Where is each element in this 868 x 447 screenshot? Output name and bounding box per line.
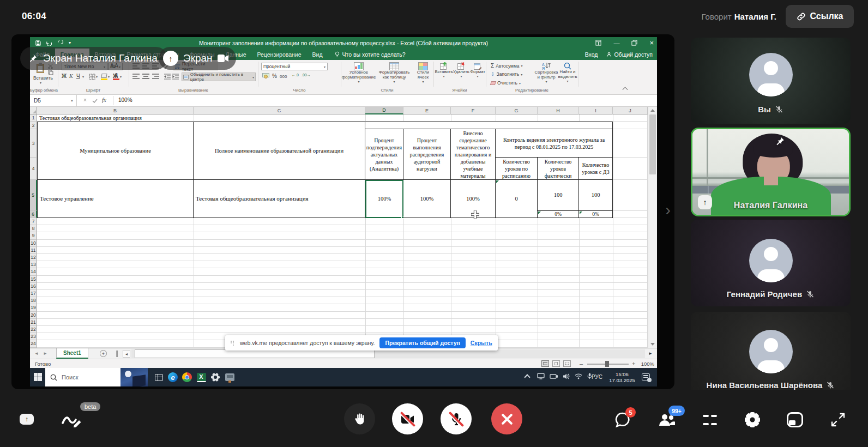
- end-call-button[interactable]: [491, 403, 522, 434]
- sheet-nav-right-icon[interactable]: ►: [43, 351, 47, 356]
- screen-share-mini-pill[interactable]: ↑ Экран: [159, 47, 236, 70]
- cell-h4-header[interactable]: Количество уроков фактически: [538, 158, 579, 180]
- vertical-scrollbar[interactable]: [648, 107, 657, 348]
- bold-button2[interactable]: Ж: [62, 73, 67, 79]
- participant-tile-speaker[interactable]: ↑ Наталия Галкина: [691, 128, 851, 216]
- formula-bar-value[interactable]: 100%: [118, 97, 132, 103]
- column-header-j[interactable]: J: [613, 107, 648, 114]
- align-left-icon[interactable]: [132, 74, 140, 80]
- cell-g4-header[interactable]: Количество уроков по расписанию: [496, 158, 538, 180]
- cell-i5[interactable]: 100: [579, 180, 613, 211]
- search-highlight-image[interactable]: [120, 368, 148, 386]
- mic-off-button[interactable]: [441, 403, 472, 434]
- cell-e5[interactable]: 100%: [403, 180, 451, 218]
- decrease-indent-icon[interactable]: [164, 74, 171, 80]
- hscroll-left-icon[interactable]: ◄: [123, 350, 130, 358]
- copy-icon[interactable]: [48, 70, 53, 75]
- column-header-c[interactable]: C: [194, 107, 365, 114]
- scroll-down-icon[interactable]: [650, 343, 655, 346]
- excel-taskbar-icon[interactable]: X: [196, 372, 207, 383]
- row-header-10[interactable]: 10: [30, 240, 37, 247]
- find-select-button[interactable]: Найти и выделить▾: [558, 62, 577, 83]
- number-format-select[interactable]: Процентный▾: [261, 63, 328, 70]
- stop-sharing-button[interactable]: Прекратить общий доступ: [379, 337, 465, 348]
- zoom-slider-thumb[interactable]: [605, 361, 609, 367]
- participants-button[interactable]: 99+: [656, 410, 677, 430]
- cell-b5[interactable]: Тестовое управление: [37, 180, 194, 218]
- row-header-24[interactable]: 24: [30, 340, 37, 347]
- cell-styles-button[interactable]: Стили ячеек▾: [413, 62, 433, 84]
- chat-button[interactable]: 5: [613, 410, 632, 430]
- accounting-format-icon[interactable]: [262, 73, 269, 79]
- row-header-19[interactable]: 19: [30, 304, 37, 311]
- row-header-15[interactable]: 15: [30, 276, 37, 283]
- notifications-tray-icon[interactable]: [642, 373, 650, 380]
- autosum-button[interactable]: ΣАвтосумма▾: [491, 63, 523, 69]
- sheet-nav-left-icon[interactable]: ◄: [34, 351, 39, 356]
- horizontal-scrollbar[interactable]: [131, 349, 645, 358]
- conditional-formatting-button[interactable]: Условное форматирование▾: [343, 62, 375, 84]
- app-taskbar-icon[interactable]: [224, 372, 235, 383]
- cell-i6[interactable]: 0%: [579, 211, 613, 218]
- row-header-12[interactable]: 12: [30, 254, 37, 261]
- start-button[interactable]: [34, 373, 42, 381]
- row-header-11[interactable]: 11: [30, 247, 37, 254]
- screen-share-active-button[interactable]: ↑: [20, 414, 34, 425]
- row-header-8[interactable]: 8: [30, 225, 37, 232]
- save-icon[interactable]: [35, 40, 41, 46]
- row-header-21[interactable]: 21: [30, 319, 37, 326]
- hscroll-right-icon[interactable]: ►: [648, 351, 653, 356]
- align-right-icon[interactable]: [152, 74, 159, 80]
- restore-button[interactable]: [631, 40, 637, 46]
- insert-cells-button[interactable]: Вставить▾: [436, 62, 452, 78]
- increase-indent-icon[interactable]: [172, 74, 179, 80]
- row-header-9[interactable]: 9: [30, 232, 37, 239]
- page-layout-view-button[interactable]: [552, 360, 560, 367]
- cell-d3-header[interactable]: Процент подтверждения актуальных данных …: [365, 129, 403, 180]
- row-header-14[interactable]: 14: [30, 268, 37, 275]
- collapse-sidebar-icon[interactable]: ›: [665, 201, 671, 219]
- row-header-17[interactable]: 17: [30, 290, 37, 297]
- row-header-4[interactable]: 4: [30, 158, 37, 180]
- cell-c2-header[interactable]: Полное наименование образовательной орга…: [194, 122, 365, 180]
- decrease-decimal-button[interactable]: .00→: [302, 73, 311, 77]
- task-view-button[interactable]: [153, 372, 164, 383]
- row-header-13[interactable]: 13: [30, 261, 37, 268]
- participant-tile-you[interactable]: Вы: [691, 38, 851, 124]
- comma-style-button[interactable]: 000: [280, 74, 287, 79]
- cell-h5[interactable]: 100: [538, 180, 579, 211]
- enter-formula-icon[interactable]: [92, 99, 98, 103]
- format-as-table-button[interactable]: Форматировать как таблицу▾: [377, 62, 412, 84]
- underline-button[interactable]: Ч: [76, 73, 80, 79]
- cell-b2-header[interactable]: Муниципальное образование: [37, 122, 194, 180]
- zoom-out-button[interactable]: –: [580, 360, 583, 367]
- camera-off-button[interactable]: [392, 403, 423, 434]
- cell-g5[interactable]: 0: [496, 180, 538, 218]
- collapse-ribbon-icon[interactable]: [623, 86, 628, 89]
- cell-h6[interactable]: 0%: [538, 211, 579, 218]
- participant-tile-nina[interactable]: Нина Васильевна Шарёнова: [691, 312, 851, 390]
- row-header-3[interactable]: 3: [30, 129, 37, 158]
- fullscreen-button[interactable]: [830, 412, 846, 428]
- add-sheet-button[interactable]: +: [100, 350, 107, 357]
- fill-button[interactable]: ⇩Заполнить▾: [491, 71, 522, 77]
- paste-button[interactable]: Вставить: [32, 75, 54, 81]
- raise-hand-button[interactable]: [344, 403, 375, 434]
- close-button[interactable]: ×: [649, 39, 654, 47]
- page-break-view-button[interactable]: [563, 360, 571, 367]
- cell-e3-header[interactable]: Процент выполнения распределения аудитор…: [403, 129, 451, 180]
- row-header-23[interactable]: 23: [30, 333, 37, 340]
- qat-more-icon[interactable]: ▾: [69, 40, 71, 45]
- chrome-icon[interactable]: [182, 372, 192, 383]
- pip-button[interactable]: [787, 412, 803, 427]
- cell-c5[interactable]: Тестовая общеобразовательная организация: [194, 180, 365, 218]
- column-header-f[interactable]: F: [451, 107, 496, 114]
- copy-link-button[interactable]: Ссылка: [786, 5, 854, 28]
- hscroll-thumb[interactable]: [135, 349, 375, 358]
- minimize-button[interactable]: —: [613, 40, 619, 46]
- row-header-20[interactable]: 20: [30, 312, 37, 319]
- ribbon-tab-7[interactable]: Вид: [307, 49, 328, 60]
- row-header-2[interactable]: 2: [30, 122, 37, 129]
- column-header-h[interactable]: H: [538, 107, 579, 114]
- merge-center-button[interactable]: Объединить и поместить в центре ▾: [182, 73, 256, 81]
